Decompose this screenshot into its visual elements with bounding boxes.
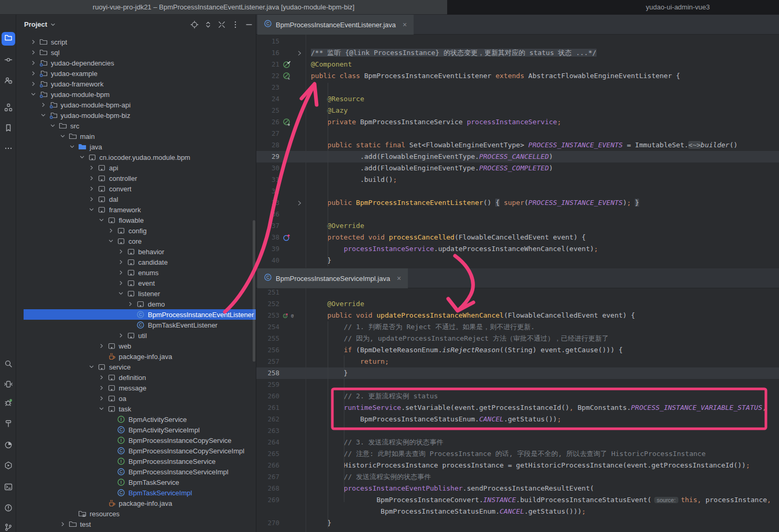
line-number[interactable]: 268	[256, 483, 279, 494]
line-number[interactable]: 29	[256, 151, 279, 162]
chevron-down-icon[interactable]	[88, 205, 96, 214]
line-number[interactable]: 266	[256, 460, 279, 471]
line-number[interactable]: 21	[256, 59, 279, 70]
impl-at-gutter-icon[interactable]: I@	[279, 310, 295, 321]
code-line-266[interactable]: 266 HistoricProcessInstance processInsta…	[256, 460, 779, 471]
code-line-257[interactable]: 257 return;	[256, 356, 779, 367]
code-line-24[interactable]: 24 @Resource	[256, 93, 779, 105]
line-number[interactable]: 26	[256, 116, 279, 128]
code-line-269[interactable]: 269 BpmProcessInstanceConvert.INSTANCE.b…	[256, 494, 779, 506]
tree-item-BpmProcessInstanceService[interactable]: IBpmProcessInstanceService	[16, 456, 256, 466]
override-gutter-icon[interactable]	[279, 232, 295, 243]
tree-item-BpmProcessInstanceCopyService[interactable]: IBpmProcessInstanceCopyService	[16, 435, 256, 446]
chevron-down-icon[interactable]	[29, 90, 38, 99]
tree-item-behavior[interactable]: behavior	[16, 246, 256, 257]
tree-item-demo[interactable]: demo	[16, 299, 256, 309]
search-tool-button[interactable]	[2, 358, 15, 372]
tree-item-framework[interactable]: framework	[16, 204, 256, 215]
chevron-right-icon[interactable]	[117, 331, 125, 340]
code-line-29[interactable]: 29 .add(FlowableEngineEventType.PROCESS_…	[256, 151, 779, 162]
line-number[interactable]: 30	[256, 162, 279, 174]
code-line-251[interactable]: 251	[256, 288, 779, 298]
tree-item-event[interactable]: event	[16, 278, 256, 288]
code-line-30[interactable]: 30 .add(FlowableEngineEventType.PROCESS_…	[256, 162, 779, 174]
project-folder-tool-button[interactable]	[2, 32, 15, 46]
build-tool-button[interactable]	[2, 418, 15, 431]
code-line-268[interactable]: 268 processInstanceEventPublisher.sendPr…	[256, 483, 779, 494]
tree-item-resources[interactable]: resources	[16, 508, 256, 519]
code-line-22[interactable]: 22public class BpmProcessInstanceEventLi…	[256, 70, 779, 82]
tree-item-flowable[interactable]: flowable	[16, 215, 256, 225]
tree-item-enums[interactable]: enums	[16, 267, 256, 278]
users-tool-button[interactable]: ?	[2, 74, 15, 88]
editor-tab[interactable]: CBpmProcessInstanceEventListener.java×	[257, 15, 414, 35]
code-line-26[interactable]: 26 private BpmProcessInstanceService pro…	[256, 116, 779, 128]
tree-item-main[interactable]: main	[16, 131, 256, 142]
tree-item-yudao-framework[interactable]: yudao-framework	[16, 79, 256, 89]
line-number[interactable]: 31	[256, 174, 279, 186]
line-number[interactable]: 267	[256, 471, 279, 483]
tree-item-BpmProcessInstanceCopyServiceImpl[interactable]: CBpmProcessInstanceCopyServiceImpl	[16, 446, 256, 456]
commit-tool-button[interactable]	[2, 54, 15, 68]
chevron-down-icon[interactable]	[49, 122, 57, 130]
code-line-39[interactable]: 39 processInstanceService.updateProcessI…	[256, 243, 779, 255]
chevron-down-icon[interactable]	[117, 289, 125, 298]
line-number[interactable]: 22	[256, 70, 279, 82]
line-number[interactable]: 15	[256, 36, 279, 47]
tree-item-yudao-module-bpm-biz[interactable]: yudao-module-bpm-biz	[16, 110, 256, 121]
chevron-down-icon[interactable]	[39, 111, 48, 120]
profiler-tool-button[interactable]	[2, 439, 15, 453]
line-number[interactable]: 262	[256, 414, 279, 425]
line-number[interactable]: 269	[256, 494, 279, 506]
line-number[interactable]: 39	[256, 243, 279, 255]
line-number[interactable]: 37	[256, 220, 279, 232]
chevron-right-icon[interactable]	[29, 48, 38, 57]
tree-item-BpmTaskServiceImpl[interactable]: CBpmTaskServiceImpl	[16, 487, 256, 498]
bean-arrow-gutter-icon[interactable]	[279, 116, 295, 128]
line-number[interactable]: 254	[256, 321, 279, 333]
chevron-right-icon[interactable]	[88, 184, 96, 193]
code-line-21[interactable]: 21@Component	[256, 59, 779, 70]
line-number[interactable]: 28	[256, 139, 279, 151]
tree-item-test[interactable]: test	[16, 519, 256, 529]
debug-tool-button[interactable]	[2, 397, 15, 410]
code-line-256[interactable]: 256 if (BpmDeleteReasonEnum.isRejectReas…	[256, 344, 779, 356]
chevron-right-icon[interactable]	[117, 268, 125, 277]
chevron-right-icon[interactable]	[117, 258, 125, 266]
chevron-right-icon[interactable]	[29, 38, 38, 46]
close-icon[interactable]: ×	[395, 274, 403, 283]
tree-item-message[interactable]: message	[16, 383, 256, 393]
line-number[interactable]: 25	[256, 105, 279, 116]
line-number[interactable]: 33	[256, 197, 279, 209]
tree-item-task[interactable]: task	[16, 404, 256, 414]
code-line-260[interactable]: 260 // 2. 更新流程实例 status	[256, 390, 779, 402]
code-line-261[interactable]: 261 runtimeService.setVariable(event.get…	[256, 402, 779, 414]
chevron-right-icon[interactable]	[98, 394, 106, 403]
line-number[interactable]: 24	[256, 93, 279, 105]
bean-check-gutter-icon[interactable]	[279, 59, 295, 70]
line-number[interactable]: 261	[256, 402, 279, 414]
code-line-31[interactable]: 31 .build();	[256, 174, 779, 186]
line-number[interactable]: 38	[256, 232, 279, 243]
tree-item-BpmTaskService[interactable]: IBpmTaskService	[16, 477, 256, 487]
line-number[interactable]: 256	[256, 344, 279, 356]
code-line-267[interactable]: 267 // 发送流程实例的状态事件	[256, 471, 779, 483]
tree-item-yudao-module-bpm[interactable]: yudao-module-bpm	[16, 89, 256, 100]
tree-item-src[interactable]: src	[16, 121, 256, 131]
tree-item-java[interactable]: java	[16, 142, 256, 152]
tree-item-candidate[interactable]: candidate	[16, 257, 256, 267]
window-tool-button[interactable]	[2, 378, 15, 392]
chevron-right-icon[interactable]	[88, 195, 96, 203]
tree-item-BpmActivityServiceImpl[interactable]: CBpmActivityServiceImpl	[16, 425, 256, 435]
code-line-40[interactable]: 40 }	[256, 255, 779, 266]
chevron-down-icon[interactable]	[98, 405, 106, 413]
expand-icon[interactable]	[204, 20, 212, 29]
line-number[interactable]: 263	[256, 425, 279, 437]
chevron-right-icon[interactable]	[107, 226, 115, 235]
services-tool-button[interactable]	[2, 460, 15, 473]
code-line-258[interactable]: 258 }	[256, 367, 779, 379]
close-icon[interactable]: ×	[401, 20, 408, 29]
code-line-27[interactable]: 27	[256, 128, 779, 139]
line-number[interactable]	[256, 506, 279, 517]
line-number[interactable]: 36	[256, 209, 279, 220]
